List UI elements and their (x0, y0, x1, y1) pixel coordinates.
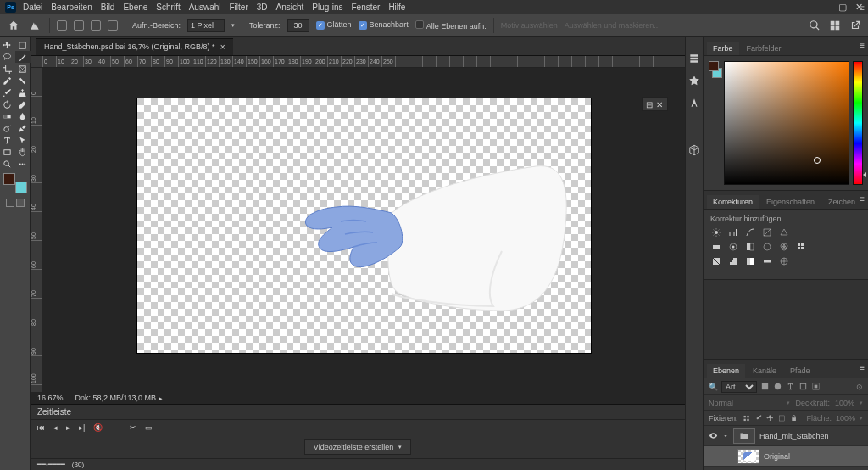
tool-pen[interactable] (15, 122, 31, 134)
tolerance-input[interactable] (287, 19, 309, 32)
tool-magic-wand[interactable] (15, 51, 31, 63)
timeline-audio-icon[interactable]: 🔇 (93, 423, 103, 432)
collapsed-libraries-icon[interactable] (688, 53, 700, 64)
adj-channel-mixer-icon[interactable] (778, 242, 790, 252)
create-timeline-button[interactable]: Videozeitleiste erstellen▾ (304, 439, 411, 455)
tool-lasso[interactable] (0, 51, 15, 63)
tool-brush[interactable] (0, 87, 15, 98)
contiguous-checkbox[interactable]: ✓ (359, 21, 367, 30)
foreground-color[interactable] (3, 173, 15, 185)
lock-all-icon[interactable] (790, 414, 798, 422)
menu-file[interactable]: Datei (23, 3, 42, 12)
timeline-first-frame[interactable]: ⏮ (37, 423, 45, 432)
zoom-level[interactable]: 16.67% (37, 394, 64, 402)
menu-plugins[interactable]: Plug-ins (312, 3, 342, 12)
lock-artboard-icon[interactable] (778, 414, 786, 422)
layer-name[interactable]: Original (764, 452, 863, 461)
layer-group-item[interactable]: Hand_mit_Stäbchen (704, 426, 868, 446)
intersect-selection-mode[interactable] (108, 20, 118, 31)
tool-edit-toolbar[interactable] (15, 158, 31, 170)
doc-info[interactable]: Dok: 58,2 MB/113,0 MB ▸ (75, 394, 164, 402)
menu-filter[interactable]: Filter (230, 3, 248, 12)
tool-clone[interactable] (15, 87, 31, 98)
tool-move[interactable] (0, 39, 15, 51)
timeline-tab[interactable]: Zeitleiste (37, 407, 71, 417)
canvas-overlay-controls[interactable]: ⊟ ✕ (642, 97, 668, 111)
tool-hand[interactable] (15, 146, 31, 158)
adj-invert-icon[interactable] (710, 256, 722, 266)
tool-gradient[interactable] (0, 110, 15, 122)
adj-hue-icon[interactable] (710, 242, 722, 252)
adj-bw-icon[interactable] (744, 242, 756, 252)
tool-history-brush[interactable] (0, 98, 15, 110)
filter-toggle-icon[interactable]: ⊙ (856, 383, 863, 391)
lock-transparency-icon[interactable] (743, 414, 750, 422)
hue-slider-handle[interactable] (863, 172, 866, 177)
background-color[interactable] (15, 182, 27, 193)
timeline-play[interactable]: ▸ (66, 423, 70, 432)
timeline-next-frame[interactable]: ▸| (79, 423, 85, 432)
ruler-horizontal[interactable]: 0102030405060708090100110120130140150160… (42, 56, 685, 68)
collapsed-styles-icon[interactable] (688, 75, 700, 87)
tool-healing[interactable] (15, 75, 31, 87)
ruler-origin[interactable] (31, 56, 42, 68)
visibility-eye-icon[interactable] (709, 431, 718, 440)
tool-eraser[interactable] (15, 98, 31, 110)
filter-search-icon[interactable]: 🔍 (709, 383, 718, 391)
timeline-prev-frame[interactable]: ◂ (53, 423, 58, 432)
tool-dodge[interactable] (0, 122, 15, 134)
adj-exposure-icon[interactable] (761, 227, 773, 238)
menu-window[interactable]: Fenster (351, 3, 380, 12)
layer-item[interactable]: Original (704, 446, 868, 467)
minimize-button[interactable]: — (821, 2, 830, 13)
layers-panel-menu-icon[interactable]: ≡ (860, 363, 865, 372)
menu-image[interactable]: Bild (101, 3, 115, 12)
lock-pixels-icon[interactable] (754, 414, 762, 422)
tab-channels[interactable]: Kanäle (747, 364, 782, 378)
timeline-split-icon[interactable]: ✂ (130, 423, 136, 432)
ruler-vertical[interactable]: 0102030405060708090100 (31, 68, 42, 392)
sample-size-select[interactable] (187, 19, 225, 32)
menu-type[interactable]: Schrift (156, 3, 180, 12)
color-swatches[interactable] (3, 173, 27, 193)
adj-gradient-map-icon[interactable] (761, 256, 773, 266)
opacity-value[interactable]: 100% (835, 399, 854, 407)
subtract-selection-mode[interactable] (91, 20, 101, 31)
adj-color-lookup-icon[interactable] (795, 242, 807, 252)
tool-blur[interactable] (15, 110, 31, 122)
tab-color[interactable]: Farbe (707, 42, 739, 55)
tool-crop[interactable] (0, 63, 15, 75)
panel-foreground-color[interactable] (709, 61, 719, 71)
canvas[interactable]: ⊟ ✕ (42, 68, 685, 392)
adj-posterize-icon[interactable] (727, 256, 739, 266)
menu-3d[interactable]: 3D (257, 3, 268, 12)
add-selection-mode[interactable] (74, 20, 84, 31)
color-field[interactable] (724, 61, 849, 185)
document-tab[interactable]: Hand_Stäbchen.psd bei 16,7% (Original, R… (36, 38, 233, 55)
select-and-mask-button[interactable]: Auswählen und maskieren... (565, 21, 660, 30)
tool-artboard[interactable] (15, 39, 31, 51)
adj-curves-icon[interactable] (744, 227, 756, 238)
tab-swatches[interactable]: Farbfelder (741, 42, 787, 55)
filter-smart-icon[interactable] (811, 382, 821, 391)
blend-mode-select[interactable]: Normal (709, 399, 782, 407)
expand-caret-icon[interactable] (722, 433, 729, 439)
filter-pixel-icon[interactable] (760, 382, 770, 391)
artboard[interactable] (137, 98, 591, 353)
select-subject-button[interactable]: Motiv auswählen (501, 21, 558, 30)
adj-levels-icon[interactable] (727, 227, 739, 238)
adj-color-balance-icon[interactable] (727, 242, 739, 252)
lock-position-icon[interactable] (766, 414, 774, 422)
tool-path-select[interactable] (15, 134, 31, 146)
menu-view[interactable]: Ansicht (276, 3, 304, 12)
menu-edit[interactable]: Bearbeiten (51, 3, 92, 12)
tool-frame[interactable] (15, 63, 31, 75)
tool-eyedropper[interactable] (0, 75, 15, 87)
tab-properties[interactable]: Eigenschaften (760, 195, 821, 209)
workspace-switcher-icon[interactable] (829, 20, 841, 31)
tab-character[interactable]: Zeichen (822, 195, 861, 209)
adj-brightness-icon[interactable] (710, 227, 722, 238)
layer-name[interactable]: Hand_mit_Stäbchen (760, 432, 863, 440)
share-icon[interactable] (849, 20, 861, 31)
timeline-transition-icon[interactable]: ▭ (145, 423, 153, 432)
